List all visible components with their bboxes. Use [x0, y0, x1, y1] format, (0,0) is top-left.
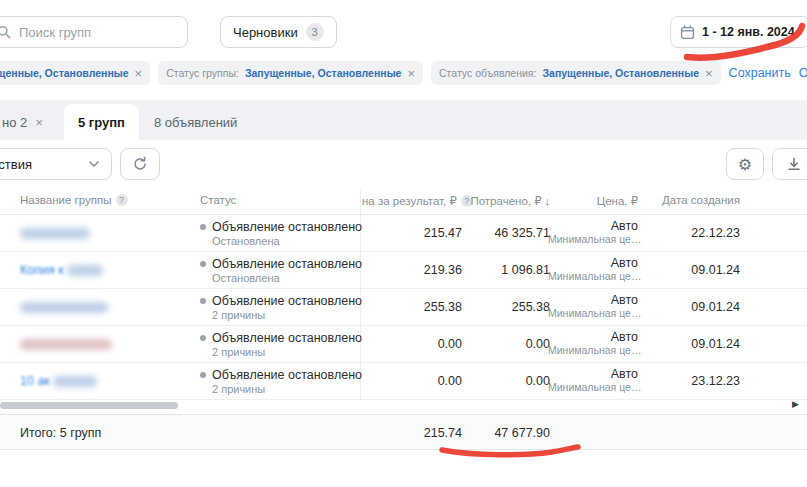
table-header: Название группы? Статус на за результат,…: [0, 190, 807, 215]
settings-button[interactable]: ⚙: [726, 148, 764, 180]
created-date: 22.12.23: [662, 226, 740, 240]
search-icon: [0, 25, 11, 39]
price-cell: Авто Минимальная це…: [548, 256, 638, 282]
totals-spent: 47 677.90: [468, 426, 550, 440]
table-row: 10 ак Объявление остановлено 2 причины 0…: [0, 363, 807, 400]
actions-dropdown[interactable]: Действия: [0, 148, 112, 180]
chip-prefix: Статус группы:: [166, 67, 239, 79]
chip-value: Запущенные, Остановленные: [245, 67, 402, 79]
close-icon[interactable]: ×: [407, 67, 415, 80]
price-cell: Авто Минимальная це…: [548, 330, 638, 356]
status-dot-icon: [200, 372, 206, 378]
status-cell: Объявление остановлено Остановлена: [200, 257, 362, 284]
header-status[interactable]: Статус: [200, 194, 236, 206]
substatus: Остановлена: [212, 272, 362, 284]
refresh-button[interactable]: [120, 148, 160, 180]
substatus: Остановлена: [212, 235, 362, 247]
price-cell: Авто Минимальная це…: [548, 219, 638, 245]
group-name-link[interactable]: [20, 337, 112, 351]
group-name-link[interactable]: 10 ак: [20, 374, 97, 388]
tab-label: но 2: [2, 115, 27, 130]
chip-prefix: Статус объявления:: [439, 67, 536, 79]
header-created-date[interactable]: Дата создания: [662, 194, 740, 206]
tab-ads[interactable]: 8 объявлений: [142, 104, 249, 140]
price-cell: Авто Минимальная це…: [548, 367, 638, 393]
save-filters-link[interactable]: Сохранить: [729, 66, 791, 80]
tab-label: 5 групп: [78, 115, 125, 130]
totals-cost-per-result: 215.74: [362, 426, 462, 440]
price-cell: Авто Минимальная це…: [548, 293, 638, 319]
table-row: Объявление остановлено Остановлена 215.4…: [0, 215, 807, 252]
export-button[interactable]: [772, 148, 807, 180]
status-dot-icon: [200, 335, 206, 341]
status-cell: Объявление остановлено 2 причины: [200, 368, 362, 395]
status-cell: Объявление остановлено Остановлена: [200, 220, 362, 247]
actions-label: Действия: [0, 157, 32, 172]
status-cell: Объявление остановлено 2 причины: [200, 294, 362, 321]
status-dot-icon: [200, 298, 206, 304]
drafts-count-badge: 3: [306, 23, 324, 41]
close-icon[interactable]: ×: [135, 67, 143, 80]
scroll-right-icon[interactable]: ▶: [792, 399, 799, 409]
spent-value: 255.38: [468, 300, 550, 314]
filter-chips-row: Запущенные, Остановленные × Статус групп…: [0, 61, 807, 85]
totals-row: Итого: 5 групп 215.74 47 677.90: [0, 414, 807, 450]
table-row: Копия к Объявление остановлено Остановле…: [0, 252, 807, 289]
totals-label: Итого: 5 групп: [20, 426, 101, 440]
spent-value: 0.00: [468, 337, 550, 351]
header-spent[interactable]: Потрачено, ₽↓: [468, 194, 550, 208]
info-icon: ?: [116, 194, 128, 206]
header-cost-per-result[interactable]: на за результат, ₽?: [362, 194, 462, 208]
drafts-label: Черновики: [233, 25, 298, 40]
table-row: Объявление остановлено 2 причины 255.38 …: [0, 289, 807, 326]
table-row: Объявление остановлено 2 причины 0.00 0.…: [0, 326, 807, 363]
clear-filters-link[interactable]: Очистить: [799, 66, 807, 80]
chip-value: Запущенные, Остановленные: [0, 67, 129, 79]
redacted-name: [67, 265, 103, 276]
cost-per-result-value: 255.38: [362, 300, 462, 314]
cost-per-result-value: 0.00: [362, 337, 462, 351]
groups-table-body: Объявление остановлено Остановлена 215.4…: [0, 215, 807, 400]
close-icon[interactable]: ×: [705, 67, 713, 80]
filter-chip-ad-status[interactable]: Статус объявления: Запущенные, Остановле…: [431, 61, 721, 85]
date-range-value: 1 - 12 янв. 2024: [702, 25, 795, 39]
substatus: 2 причины: [212, 346, 362, 358]
group-name-link[interactable]: [20, 300, 108, 314]
header-price[interactable]: Цена, ₽: [548, 194, 638, 208]
download-icon: [786, 156, 802, 172]
date-range-picker[interactable]: 1 - 12 янв. 2024: [670, 16, 807, 48]
cost-per-result-value: 0.00: [362, 374, 462, 388]
ads-manager-screen: Черновики 3 1 - 12 янв. 2024 Запущенные,…: [0, 0, 807, 487]
spent-value: 46 325.71: [468, 226, 550, 240]
cost-per-result-value: 219.36: [362, 263, 462, 277]
chevron-down-icon: [89, 161, 99, 167]
redacted-name: [20, 302, 108, 313]
status-dot-icon: [200, 224, 206, 230]
created-date: 09.01.24: [662, 300, 740, 314]
calendar-icon: [680, 25, 695, 40]
close-icon[interactable]: ×: [35, 115, 43, 130]
redacted-name: [20, 339, 112, 350]
spent-value: 0.00: [468, 374, 550, 388]
created-date: 09.01.24: [662, 263, 740, 277]
header-group-name[interactable]: Название группы?: [20, 194, 128, 206]
tab-groups[interactable]: 5 групп: [64, 104, 139, 140]
spent-value: 1 096.81: [468, 263, 550, 277]
substatus: 2 причины: [212, 309, 362, 321]
chip-value: Запущенные, Остановленные: [542, 67, 699, 79]
filter-chip-status[interactable]: Запущенные, Остановленные ×: [0, 61, 150, 85]
tab-selected-filter[interactable]: но 2 ×: [0, 104, 57, 140]
redacted-name: [53, 376, 97, 387]
drafts-button[interactable]: Черновики 3: [220, 16, 337, 48]
cost-per-result-value: 215.47: [362, 226, 462, 240]
group-name-link[interactable]: Копия к: [20, 263, 103, 277]
tab-label: 8 объявлений: [154, 115, 237, 130]
search-input[interactable]: [19, 25, 177, 40]
created-date: 09.01.24: [662, 337, 740, 351]
horizontal-scrollbar[interactable]: [0, 402, 178, 409]
filter-chip-group-status[interactable]: Статус группы: Запущенные, Остановленные…: [158, 61, 423, 85]
gear-icon: ⚙: [738, 155, 752, 174]
refresh-icon: [132, 156, 148, 172]
group-name-link[interactable]: [20, 226, 90, 240]
tab-bar: но 2 × 5 групп 8 объявлений: [0, 100, 807, 140]
